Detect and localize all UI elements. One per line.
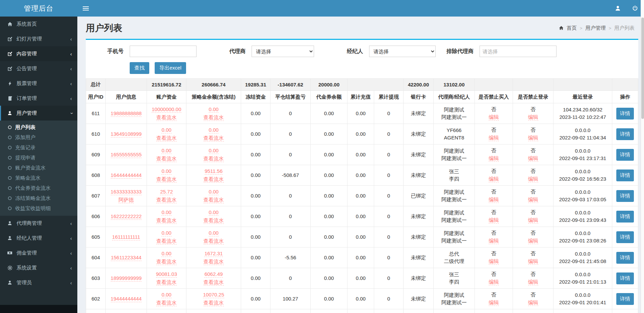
view-flow-link[interactable]: 查看流水 xyxy=(204,238,224,244)
edit-link[interactable]: 编辑 xyxy=(489,237,499,244)
broker-select[interactable]: 请选择 xyxy=(369,46,436,57)
sidebar-subitem[interactable]: 冻结策略金流水 xyxy=(0,193,77,203)
sidebar-item[interactable]: 幻灯片管理‹ xyxy=(0,31,77,46)
strategy-funds-link[interactable]: 0.00 xyxy=(209,209,218,216)
edit-link[interactable]: 编辑 xyxy=(489,196,499,203)
phone-link[interactable]: 16111111111 xyxy=(112,234,140,240)
detail-button[interactable]: 详情 xyxy=(616,190,634,202)
sidebar-subitem[interactable]: 代金券资金流水 xyxy=(0,183,77,193)
edit-link[interactable]: 编辑 xyxy=(528,134,538,141)
view-flow-link[interactable]: 查看流水 xyxy=(156,299,177,306)
account-funds-link[interactable]: 0.00 xyxy=(161,127,171,133)
view-flow-link[interactable]: 查看流水 xyxy=(156,238,177,244)
edit-link[interactable]: 编辑 xyxy=(489,134,499,141)
search-button[interactable]: 查找 xyxy=(130,62,149,74)
edit-link[interactable]: 编辑 xyxy=(528,299,538,306)
view-flow-link[interactable]: 查看流水 xyxy=(156,114,177,121)
sidebar-item[interactable]: 系统设置‹ xyxy=(0,260,77,275)
strategy-funds-link[interactable]: 0.00 xyxy=(209,230,218,236)
strategy-funds-link[interactable]: 0.00 xyxy=(209,127,218,133)
detail-button[interactable]: 详情 xyxy=(616,252,634,264)
sidebar-item[interactable]: 订单管理‹ xyxy=(0,91,77,106)
view-flow-link[interactable]: 查看流水 xyxy=(204,155,224,162)
view-flow-link[interactable]: 查看流水 xyxy=(156,176,177,183)
detail-button[interactable]: 详情 xyxy=(616,169,634,181)
account-funds-link[interactable]: 0.00 xyxy=(161,209,171,216)
detail-button[interactable]: 详情 xyxy=(616,128,634,140)
detail-button[interactable]: 详情 xyxy=(616,293,634,305)
phone-link[interactable]: 16333333333 xyxy=(111,188,142,195)
detail-button[interactable]: 详情 xyxy=(616,108,634,120)
sidebar-item[interactable]: 经纪人管理‹ xyxy=(0,231,77,245)
sidebar-item[interactable]: 公告管理‹ xyxy=(0,61,77,76)
account-funds-link[interactable]: 0.00 xyxy=(161,230,171,236)
sidebar-item[interactable]: 内容管理‹ xyxy=(0,46,77,61)
menu-toggle-icon[interactable] xyxy=(77,0,94,17)
account-funds-link[interactable]: 25.72 xyxy=(160,188,173,195)
user-name-link[interactable]: 阿萨德 xyxy=(119,197,134,203)
edit-link[interactable]: 编辑 xyxy=(528,155,538,162)
edit-link[interactable]: 编辑 xyxy=(528,176,538,182)
view-flow-link[interactable]: 查看流水 xyxy=(156,279,177,286)
account-funds-link[interactable]: 10000000.00 xyxy=(152,106,181,113)
breadcrumb-item[interactable]: 用户管理 xyxy=(585,25,606,31)
account-funds-link[interactable]: 90081.03 xyxy=(156,271,177,278)
edit-link[interactable]: 编辑 xyxy=(489,217,499,224)
sidebar-subitem[interactable]: 账户资金流水 xyxy=(0,163,77,173)
strategy-funds-link[interactable]: 10070.25 xyxy=(203,291,224,298)
view-flow-link[interactable]: 查看流水 xyxy=(204,135,224,141)
sidebar-subitem[interactable]: 提现申请 xyxy=(0,153,77,163)
export-excel-button[interactable]: 导出excel xyxy=(155,62,186,74)
sidebar-item[interactable]: 股票管理‹ xyxy=(0,76,77,91)
edit-link[interactable]: 编辑 xyxy=(528,279,538,285)
strategy-funds-link[interactable]: 9511.56 xyxy=(205,168,223,175)
account-funds-link[interactable]: 0.00 xyxy=(161,291,171,298)
sidebar-subitem[interactable]: 收益宝收益明细 xyxy=(0,203,77,213)
view-flow-link[interactable]: 查看流水 xyxy=(204,114,224,121)
edit-link[interactable]: 编辑 xyxy=(528,237,538,244)
account-funds-link[interactable]: 0.00 xyxy=(161,250,171,257)
detail-button[interactable]: 详情 xyxy=(616,231,634,243)
sidebar-subitem[interactable]: 充值记录 xyxy=(0,142,77,153)
strategy-funds-link[interactable]: 0.00 xyxy=(209,106,218,113)
view-flow-link[interactable]: 查看流水 xyxy=(156,217,177,224)
phone-link[interactable]: 19444444444 xyxy=(111,295,142,302)
sidebar-item[interactable]: 管理员‹ xyxy=(0,275,77,290)
phone-link[interactable]: 16555555555 xyxy=(111,151,142,158)
view-flow-link[interactable]: 查看流水 xyxy=(204,279,224,286)
view-flow-link[interactable]: 查看流水 xyxy=(204,176,224,183)
edit-link[interactable]: 编辑 xyxy=(489,155,499,162)
strategy-funds-link[interactable]: 0.00 xyxy=(209,147,218,154)
phone-input[interactable] xyxy=(130,46,197,57)
phone-link[interactable]: 13649108999 xyxy=(111,131,142,137)
view-flow-link[interactable]: 查看流水 xyxy=(156,155,177,162)
edit-link[interactable]: 编辑 xyxy=(528,258,538,265)
edit-link[interactable]: 编辑 xyxy=(528,114,538,121)
edit-link[interactable]: 编辑 xyxy=(489,299,499,306)
detail-button[interactable]: 详情 xyxy=(616,272,634,284)
phone-link[interactable]: 18999999999 xyxy=(111,275,142,282)
power-icon[interactable] xyxy=(632,5,638,11)
edit-link[interactable]: 编辑 xyxy=(489,279,499,285)
view-flow-link[interactable]: 查看流水 xyxy=(204,197,224,203)
breadcrumb-item[interactable]: 首页 xyxy=(567,25,577,31)
account-funds-link[interactable]: 0.00 xyxy=(161,147,171,154)
strategy-funds-link[interactable]: 6062.49 xyxy=(204,271,223,278)
sidebar-item[interactable]: 用户管理‹ xyxy=(0,106,77,121)
sidebar-subitem[interactable]: 添加用户 xyxy=(0,132,77,142)
edit-link[interactable]: 编辑 xyxy=(528,217,538,224)
phone-link[interactable]: 19888888888 xyxy=(111,110,142,117)
account-funds-link[interactable]: 0.00 xyxy=(161,168,171,175)
phone-link[interactable]: 16444444444 xyxy=(111,172,142,179)
edit-link[interactable]: 编辑 xyxy=(528,196,538,203)
phone-link[interactable]: 16222222222 xyxy=(111,213,142,220)
detail-button[interactable]: 详情 xyxy=(616,149,634,161)
vertical-scrollbar[interactable] xyxy=(641,0,644,313)
view-flow-link[interactable]: 查看流水 xyxy=(156,197,177,203)
sidebar-subitem[interactable]: 用户列表 xyxy=(0,122,77,132)
view-flow-link[interactable]: 查看流水 xyxy=(204,258,224,265)
sidebar-item[interactable]: 系统首页 xyxy=(0,17,77,31)
view-flow-link[interactable]: 查看流水 xyxy=(204,217,224,224)
exclude-agent-input[interactable] xyxy=(480,46,557,57)
phone-link[interactable]: 15611223344 xyxy=(111,254,141,261)
